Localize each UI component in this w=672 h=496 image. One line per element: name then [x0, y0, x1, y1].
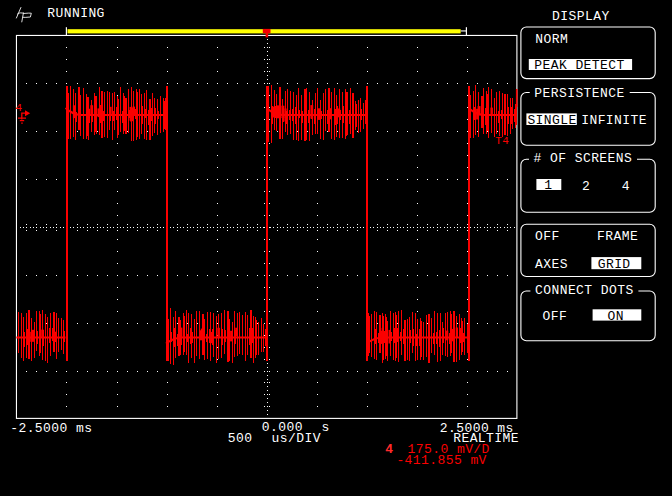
svg-text:GRID: GRID: [598, 257, 631, 272]
svg-text:# OF SCREENS: # OF SCREENS: [534, 151, 633, 166]
svg-text:us/DIV: us/DIV: [272, 431, 321, 446]
svg-text:4: 4: [385, 442, 393, 457]
svg-text:DISPLAY: DISPLAY: [552, 9, 610, 24]
svg-text:OFF: OFF: [543, 309, 568, 324]
svg-text:ON: ON: [608, 309, 624, 324]
svg-text:CONNECT DOTS: CONNECT DOTS: [535, 283, 634, 298]
svg-text:PEAK DETECT: PEAK DETECT: [534, 58, 624, 73]
svg-text:INFINITE: INFINITE: [581, 113, 647, 128]
svg-text:RUNNING: RUNNING: [47, 6, 105, 21]
svg-text:NORM: NORM: [535, 32, 568, 47]
svg-text:-2.5000 ms: -2.5000 ms: [10, 421, 92, 436]
svg-text:4: 4: [622, 179, 630, 194]
svg-text:1: 1: [544, 178, 552, 193]
svg-text:T4: T4: [495, 135, 509, 147]
svg-text:-411.855 mV: -411.855 mV: [396, 453, 486, 468]
svg-text:AXES: AXES: [535, 257, 568, 272]
svg-text:500: 500: [228, 431, 253, 446]
svg-text:OFF: OFF: [535, 229, 560, 244]
svg-text:FRAME: FRAME: [597, 229, 638, 244]
svg-text:2: 2: [582, 179, 590, 194]
svg-text:SINGLE: SINGLE: [527, 113, 576, 128]
svg-text:s: s: [321, 420, 329, 435]
svg-text:PERSISTENCE: PERSISTENCE: [534, 86, 624, 101]
